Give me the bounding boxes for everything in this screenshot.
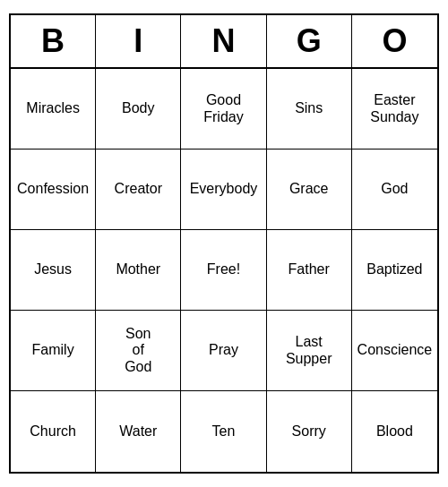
cell-text: Mother [116, 261, 160, 278]
bingo-cell: Mother [96, 230, 181, 311]
bingo-cell: Father [267, 230, 352, 311]
header-letter: I [96, 15, 181, 67]
bingo-cell: Confession [11, 150, 96, 230]
cell-text: Free! [207, 261, 240, 278]
bingo-cell: Miracles [11, 69, 96, 150]
cell-text: Body [122, 100, 154, 116]
cell-text: Water [119, 423, 157, 440]
header-letter: B [11, 15, 96, 67]
bingo-grid: MiraclesBodyGoodFridaySinsEasterSundayCo… [11, 69, 437, 472]
bingo-card: BINGO MiraclesBodyGoodFridaySinsEasterSu… [9, 13, 439, 474]
bingo-cell: Jesus [11, 230, 96, 311]
cell-text: Confession [17, 181, 89, 197]
header-letter: G [267, 15, 352, 67]
cell-text: Miracles [26, 100, 80, 116]
cell-text: Creator [115, 181, 162, 197]
cell-text: Sins [295, 100, 323, 116]
bingo-cell: Church [11, 391, 96, 472]
bingo-cell: GoodFriday [181, 69, 266, 150]
bingo-header: BINGO [11, 15, 437, 69]
bingo-cell: EasterSunday [352, 69, 437, 150]
bingo-cell: Everybody [181, 150, 266, 230]
cell-text: God [381, 181, 408, 197]
cell-text: Family [32, 342, 74, 358]
bingo-cell: God [352, 150, 437, 230]
bingo-cell: Ten [181, 391, 266, 472]
cell-text: Father [289, 261, 330, 278]
bingo-cell: Sorry [267, 391, 352, 472]
cell-text: Sorry [292, 423, 326, 440]
cell-text: Grace [289, 181, 329, 197]
bingo-cell: Family [11, 311, 96, 391]
bingo-cell: Creator [96, 150, 181, 230]
bingo-cell: Conscience [352, 311, 437, 391]
bingo-cell: Body [96, 69, 181, 150]
header-letter: O [352, 15, 437, 67]
bingo-cell: Water [96, 391, 181, 472]
bingo-cell: Pray [181, 311, 266, 391]
cell-text: GoodFriday [203, 92, 243, 125]
cell-text: Ten [212, 423, 236, 440]
cell-text: Conscience [358, 342, 433, 358]
cell-text: Blood [376, 423, 413, 440]
bingo-cell: Blood [352, 391, 437, 472]
bingo-cell: Free! [181, 230, 266, 311]
bingo-cell: LastSupper [267, 311, 352, 391]
bingo-cell: Sins [267, 69, 352, 150]
cell-text: SonofGod [125, 326, 151, 375]
cell-text: LastSupper [286, 334, 332, 367]
bingo-cell: Grace [267, 150, 352, 230]
cell-text: Jesus [34, 261, 72, 278]
cell-text: Pray [209, 342, 238, 358]
cell-text: Baptized [366, 261, 422, 278]
bingo-cell: Baptized [352, 230, 437, 311]
cell-text: EasterSunday [370, 92, 418, 125]
cell-text: Church [30, 423, 76, 440]
cell-text: Everybody [190, 181, 258, 197]
bingo-cell: SonofGod [96, 311, 181, 391]
header-letter: N [181, 15, 266, 67]
